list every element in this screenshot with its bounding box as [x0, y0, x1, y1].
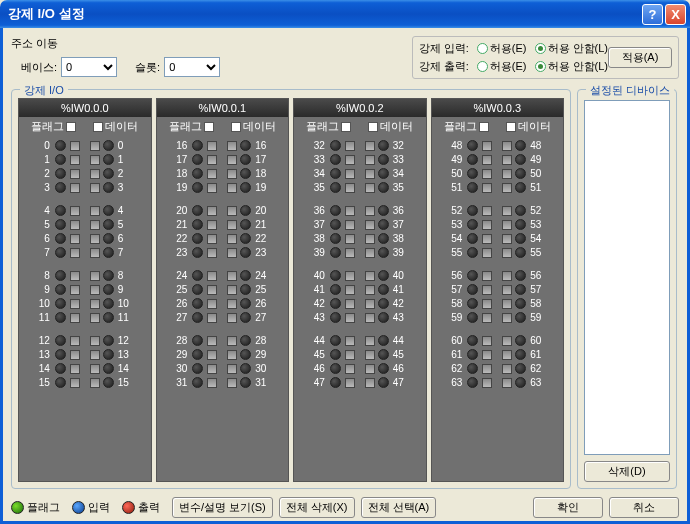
ok-button[interactable]: 확인	[533, 497, 603, 518]
flag-led[interactable]	[467, 363, 478, 374]
data-led[interactable]	[103, 140, 114, 151]
data-led[interactable]	[103, 312, 114, 323]
data-checkbox[interactable]	[227, 271, 237, 281]
data-checkbox[interactable]	[502, 155, 512, 165]
flag-led[interactable]	[55, 219, 66, 230]
data-checkbox[interactable]	[502, 183, 512, 193]
flag-checkbox[interactable]	[207, 206, 217, 216]
flag-led[interactable]	[55, 377, 66, 388]
data-checkbox[interactable]	[227, 378, 237, 388]
flag-led[interactable]	[330, 363, 341, 374]
data-checkbox[interactable]	[502, 271, 512, 281]
flag-led[interactable]	[192, 168, 203, 179]
data-checkbox[interactable]	[502, 364, 512, 374]
data-led[interactable]	[240, 363, 251, 374]
flag-checkbox[interactable]	[207, 248, 217, 258]
flag-checkbox[interactable]	[207, 234, 217, 244]
data-checkbox[interactable]	[227, 313, 237, 323]
data-checkbox[interactable]	[365, 141, 375, 151]
data-led[interactable]	[103, 154, 114, 165]
flag-checkbox[interactable]	[345, 141, 355, 151]
flag-led[interactable]	[467, 247, 478, 258]
flag-led[interactable]	[467, 140, 478, 151]
data-led[interactable]	[103, 377, 114, 388]
data-checkbox[interactable]	[227, 183, 237, 193]
flag-led[interactable]	[330, 140, 341, 151]
data-led[interactable]	[378, 233, 389, 244]
data-checkbox[interactable]	[502, 206, 512, 216]
data-header-checkbox[interactable]	[231, 122, 241, 132]
data-led[interactable]	[515, 205, 526, 216]
flag-led[interactable]	[55, 233, 66, 244]
flag-checkbox[interactable]	[70, 183, 80, 193]
apply-button[interactable]: 적용(A)	[608, 47, 672, 68]
flag-led[interactable]	[192, 182, 203, 193]
data-checkbox[interactable]	[365, 336, 375, 346]
flag-checkbox[interactable]	[207, 336, 217, 346]
flag-checkbox[interactable]	[207, 364, 217, 374]
flag-led[interactable]	[55, 140, 66, 151]
data-checkbox[interactable]	[90, 378, 100, 388]
flag-checkbox[interactable]	[70, 285, 80, 295]
flag-checkbox[interactable]	[345, 220, 355, 230]
data-led[interactable]	[240, 140, 251, 151]
data-led[interactable]	[103, 298, 114, 309]
flag-checkbox[interactable]	[207, 378, 217, 388]
data-led[interactable]	[515, 284, 526, 295]
flag-checkbox[interactable]	[345, 206, 355, 216]
flag-led[interactable]	[55, 298, 66, 309]
data-checkbox[interactable]	[227, 169, 237, 179]
flag-checkbox[interactable]	[207, 141, 217, 151]
flag-led[interactable]	[55, 168, 66, 179]
data-led[interactable]	[378, 247, 389, 258]
flag-checkbox[interactable]	[207, 169, 217, 179]
cancel-button[interactable]: 취소	[609, 497, 679, 518]
data-checkbox[interactable]	[502, 299, 512, 309]
flag-led[interactable]	[330, 219, 341, 230]
data-led[interactable]	[515, 363, 526, 374]
flag-led[interactable]	[192, 363, 203, 374]
data-header-checkbox[interactable]	[93, 122, 103, 132]
flag-led[interactable]	[55, 247, 66, 258]
flag-checkbox[interactable]	[70, 169, 80, 179]
data-checkbox[interactable]	[90, 364, 100, 374]
flag-checkbox[interactable]	[70, 155, 80, 165]
data-checkbox[interactable]	[502, 313, 512, 323]
data-led[interactable]	[240, 233, 251, 244]
data-led[interactable]	[103, 349, 114, 360]
data-led[interactable]	[378, 349, 389, 360]
flag-header-checkbox[interactable]	[479, 122, 489, 132]
data-led[interactable]	[240, 154, 251, 165]
data-led[interactable]	[240, 284, 251, 295]
flag-led[interactable]	[330, 168, 341, 179]
flag-checkbox[interactable]	[70, 271, 80, 281]
flag-led[interactable]	[330, 298, 341, 309]
flag-led[interactable]	[330, 205, 341, 216]
data-led[interactable]	[515, 182, 526, 193]
var-desc-button[interactable]: 변수/설명 보기(S)	[172, 497, 273, 518]
flag-led[interactable]	[467, 182, 478, 193]
flag-led[interactable]	[330, 247, 341, 258]
data-led[interactable]	[103, 205, 114, 216]
data-checkbox[interactable]	[502, 234, 512, 244]
flag-checkbox[interactable]	[207, 350, 217, 360]
help-button[interactable]: ?	[642, 4, 663, 25]
data-checkbox[interactable]	[365, 183, 375, 193]
flag-led[interactable]	[192, 247, 203, 258]
flag-checkbox[interactable]	[207, 285, 217, 295]
force-input-allow-radio[interactable]: 허용(E)	[477, 41, 527, 56]
flag-header-checkbox[interactable]	[204, 122, 214, 132]
flag-checkbox[interactable]	[345, 336, 355, 346]
flag-checkbox[interactable]	[482, 183, 492, 193]
data-checkbox[interactable]	[365, 155, 375, 165]
flag-checkbox[interactable]	[70, 364, 80, 374]
flag-led[interactable]	[467, 349, 478, 360]
data-checkbox[interactable]	[227, 206, 237, 216]
data-checkbox[interactable]	[365, 364, 375, 374]
data-led[interactable]	[378, 363, 389, 374]
flag-led[interactable]	[467, 154, 478, 165]
data-checkbox[interactable]	[365, 350, 375, 360]
data-led[interactable]	[378, 168, 389, 179]
flag-led[interactable]	[467, 284, 478, 295]
flag-led[interactable]	[192, 270, 203, 281]
